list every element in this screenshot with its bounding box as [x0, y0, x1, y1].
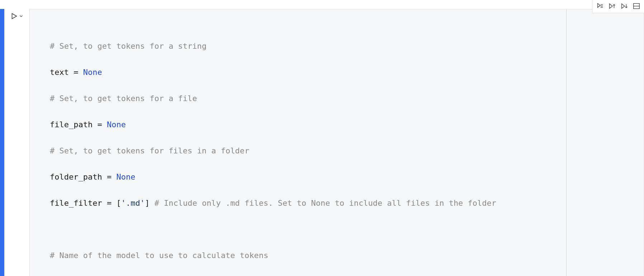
code-var: file_path — [50, 120, 93, 129]
code-const: None — [116, 172, 135, 181]
code-const: None — [107, 120, 126, 129]
run-by-line-button[interactable] — [595, 1, 605, 11]
cell-gutter: [ ] — [4, 9, 29, 276]
execute-above-button[interactable] — [607, 1, 617, 11]
code-comment: # Include only .md files. Set to None to… — [150, 199, 496, 208]
code-var: folder_path — [50, 172, 102, 181]
code-comment: # Set, to get tokens for a file — [50, 94, 197, 103]
cell-active-indicator — [0, 9, 4, 276]
split-cell-button[interactable] — [632, 1, 641, 11]
execute-below-button[interactable] — [620, 1, 629, 11]
cell-toolbar — [592, 0, 644, 13]
chevron-down-icon — [19, 14, 24, 19]
run-cell-button[interactable] — [10, 12, 24, 20]
code-var: text — [50, 68, 69, 77]
editor-ruler — [566, 9, 567, 276]
code-editor[interactable]: # Set, to get tokens for a string text =… — [29, 9, 644, 276]
code-var: file_filter — [50, 199, 102, 208]
code-const: None — [83, 68, 102, 77]
code-cell: [ ] # Set, to get tokens for a string te… — [0, 9, 644, 276]
code-comment: # Set, to get tokens for a string — [50, 42, 207, 51]
code-comment: # Set, to get tokens for files in a fold… — [50, 146, 249, 155]
code-comment: # Name of the model to use to calculate … — [50, 251, 268, 260]
code-string: '.md' — [121, 199, 145, 208]
